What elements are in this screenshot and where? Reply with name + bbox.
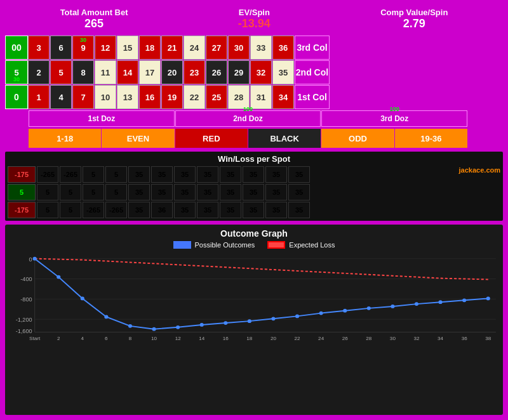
cell-5[interactable]: 5: [50, 60, 72, 84]
dozen-2nd[interactable]: 100 2nd Doz: [175, 110, 321, 127]
cell-24[interactable]: 24: [184, 36, 205, 60]
cell-29[interactable]: 29: [228, 60, 250, 84]
winloss-section: Win/Loss per Spot -175 5 -175 -265 -265 …: [5, 152, 503, 221]
wl-r0-1: -265: [60, 166, 81, 183]
svg-text:36: 36: [462, 336, 468, 341]
wl-row-0: -265 -265 5 5 35 35 35 35 35 35 35 35: [37, 166, 455, 183]
cell-15[interactable]: 15: [117, 36, 138, 60]
number-grid: 3 6 9 30 12 15 18 21 24 27 30 33 36 3rd …: [28, 36, 503, 109]
cell-32[interactable]: 32: [250, 60, 272, 84]
cell-2[interactable]: 2: [28, 60, 50, 84]
cell-22[interactable]: 22: [184, 85, 205, 109]
col-1st: 1st Col: [295, 85, 330, 109]
bet-even[interactable]: EVEN: [102, 129, 174, 148]
wl-r1-7: 35: [197, 184, 218, 200]
svg-text:-800: -800: [20, 296, 32, 303]
svg-point-48: [415, 302, 418, 306]
cell-7[interactable]: 7: [72, 85, 94, 109]
cell-10[interactable]: 10: [95, 85, 116, 109]
cell-30[interactable]: 30: [228, 36, 250, 60]
svg-point-32: [33, 257, 37, 261]
cell-14[interactable]: 14: [117, 60, 138, 84]
svg-point-49: [439, 300, 443, 304]
wl-r1-10: 35: [265, 184, 287, 200]
svg-point-40: [224, 321, 227, 325]
svg-point-47: [391, 305, 394, 308]
svg-point-34: [81, 297, 84, 301]
cell-6[interactable]: 6: [50, 36, 72, 60]
cell-18[interactable]: 18: [139, 36, 161, 60]
zero-5[interactable]: 5 30: [5, 60, 28, 84]
svg-text:24: 24: [318, 336, 324, 341]
cell-3[interactable]: 3: [28, 36, 50, 60]
wl-r2-9: 35: [243, 202, 264, 218]
svg-text:-400: -400: [20, 277, 32, 283]
cell-12[interactable]: 12: [95, 36, 116, 60]
svg-point-33: [57, 275, 60, 279]
outside-row: 1-18 EVEN RED BLACK ODD 19-36: [29, 129, 503, 148]
wl-left-0: -175: [8, 166, 36, 183]
cell-9[interactable]: 9 30: [72, 36, 94, 60]
wl-r2-5: 36: [151, 202, 173, 218]
cell-4[interactable]: 4: [50, 85, 72, 109]
svg-point-45: [343, 309, 347, 313]
wl-r2-2: -265: [83, 202, 104, 218]
cell-26[interactable]: 26: [206, 60, 227, 84]
bet-1-18[interactable]: 1-18: [29, 129, 101, 148]
bet-black[interactable]: BLACK: [248, 129, 321, 148]
wl-r0-7: 35: [197, 166, 218, 183]
svg-text:34: 34: [438, 336, 444, 341]
cell-1[interactable]: 1: [28, 85, 50, 109]
cell-21[interactable]: 21: [161, 36, 183, 60]
wl-r0-10: 35: [265, 166, 287, 183]
wl-r2-6: 35: [174, 202, 196, 218]
svg-text:6: 6: [105, 336, 108, 341]
comp-block: Comp Value/Spin 2.79: [380, 8, 448, 30]
dozen-3rd[interactable]: 100 3rd Doz: [321, 110, 467, 127]
svg-point-36: [128, 324, 132, 328]
wl-left-col: -175 5 -175: [8, 166, 36, 218]
main-container: Total Amount Bet 265 EV/Spin -13.94 Comp…: [0, 0, 508, 420]
comp-value: 2.79: [380, 17, 448, 30]
ev-value: -13.94: [238, 17, 271, 30]
wl-r2-3: -265: [105, 202, 127, 218]
svg-text:2: 2: [57, 336, 60, 341]
zero-00[interactable]: 00: [5, 36, 28, 60]
cell-35[interactable]: 35: [272, 60, 294, 84]
svg-text:14: 14: [199, 336, 205, 341]
bet-odd[interactable]: ODD: [321, 129, 394, 148]
dozen-row: 1st Doz 100 2nd Doz 100 3rd Doz: [29, 110, 503, 127]
cell-36[interactable]: 36: [272, 36, 294, 60]
col-3rd: 3rd Col: [295, 36, 330, 60]
svg-text:32: 32: [413, 336, 419, 341]
roulette-grid-section: 00 5 30 0 3 6 9 30 12 15: [5, 36, 503, 148]
bet-red[interactable]: RED: [175, 129, 248, 148]
cell-8[interactable]: 8: [72, 60, 94, 84]
svg-text:16: 16: [223, 336, 229, 341]
cell-34[interactable]: 34: [272, 85, 294, 109]
cell-20[interactable]: 20: [161, 60, 183, 84]
cell-31[interactable]: 31: [250, 85, 272, 109]
bet-19-36[interactable]: 19-36: [395, 129, 467, 148]
cell-17[interactable]: 17: [139, 60, 161, 84]
wl-r0-9: 35: [243, 166, 264, 183]
svg-text:26: 26: [342, 336, 349, 341]
total-bet-label: Total Amount Bet: [60, 8, 128, 17]
wl-r0-5: 35: [151, 166, 173, 183]
svg-text:28: 28: [366, 336, 372, 341]
svg-text:38: 38: [485, 336, 491, 341]
zero-0[interactable]: 0: [5, 85, 28, 109]
cell-16[interactable]: 16: [139, 85, 161, 109]
cell-27[interactable]: 27: [206, 36, 227, 60]
svg-text:Start: Start: [29, 336, 41, 341]
wl-r1-4: 35: [128, 184, 150, 200]
wl-r0-6: 35: [174, 166, 196, 183]
cell-23[interactable]: 23: [184, 60, 205, 84]
svg-point-44: [319, 312, 323, 315]
cell-25[interactable]: 25: [206, 85, 227, 109]
cell-19[interactable]: 19: [161, 85, 183, 109]
cell-13[interactable]: 13: [117, 85, 138, 109]
cell-33[interactable]: 33: [250, 36, 272, 60]
dozen-1st[interactable]: 1st Doz: [29, 110, 175, 127]
cell-11[interactable]: 11: [95, 60, 116, 84]
